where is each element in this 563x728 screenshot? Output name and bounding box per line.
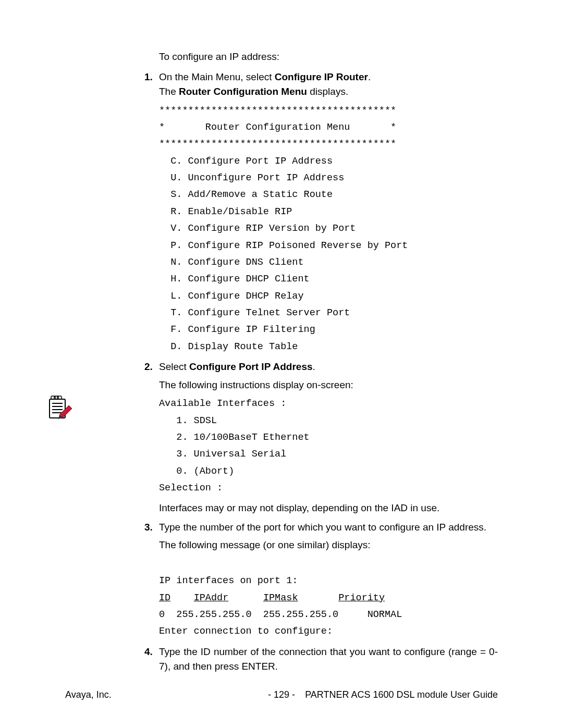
step-text: Type the number of the port for which yo… [159, 520, 498, 535]
interfaces-menu-block: Available Interfaces : 1. SDSL 2. 10/100… [159, 396, 498, 497]
table-header-priority: Priority [338, 593, 385, 603]
step-text: The following message (or one similar) d… [159, 538, 498, 553]
step-text: The following instructions display on-sc… [159, 378, 498, 393]
step-text: The [159, 86, 179, 97]
footer-page-number: - 129 - [268, 688, 295, 702]
footer-doc-title: PARTNER ACS 1600 DSL module User Guide [305, 688, 498, 702]
router-config-menu-block: ****************************************… [159, 103, 498, 356]
step-text: displays. [307, 86, 348, 97]
bold-term: Configure IP Router [275, 71, 368, 82]
step-text: . [368, 71, 371, 82]
step-number: 1. [144, 70, 153, 85]
note-icon [47, 395, 73, 421]
step-number: 2. [144, 360, 153, 375]
intro-paragraph: To configure an IP address: [159, 50, 498, 65]
ip-interfaces-block: IP interfaces on port 1: ID IPAddr IPMas… [159, 556, 498, 640]
note-paragraph: Interfaces may or may not display, depen… [159, 501, 498, 516]
step-number: 4. [144, 645, 153, 660]
mono-line: IP interfaces on port 1: [159, 575, 298, 586]
footer-company: Avaya, Inc. [65, 688, 112, 702]
table-header-ipmask: IPMask [263, 593, 298, 603]
document-body: To configure an IP address: 1. On the Ma… [159, 50, 498, 674]
step-2: 2. Select Configure Port IP Address. The… [159, 360, 498, 497]
table-header-id: ID [159, 593, 170, 603]
step-text: Select [159, 361, 189, 372]
table-header-ipaddr: IPAddr [194, 593, 229, 603]
step-3: 3. Type the number of the port for which… [159, 520, 498, 640]
page-footer: Avaya, Inc. - 129 - PARTNER ACS 1600 DSL… [65, 688, 498, 702]
table-row: 0 255.255.255.0 255.255.255.0 NORMAL [159, 609, 402, 620]
bold-term: Configure Port IP Address [189, 361, 312, 372]
step-text: On the Main Menu, select [159, 71, 275, 82]
step-text: . [313, 361, 315, 372]
step-4: 4. Type the ID number of the connection … [159, 645, 498, 674]
step-number: 3. [144, 520, 153, 535]
step-1: 1. On the Main Menu, select Configure IP… [159, 70, 498, 356]
step-text: Type the ID number of the connection tha… [159, 645, 498, 674]
mono-line: Enter connection to configure: [159, 626, 333, 637]
bold-term: Router Configuration Menu [179, 86, 307, 97]
